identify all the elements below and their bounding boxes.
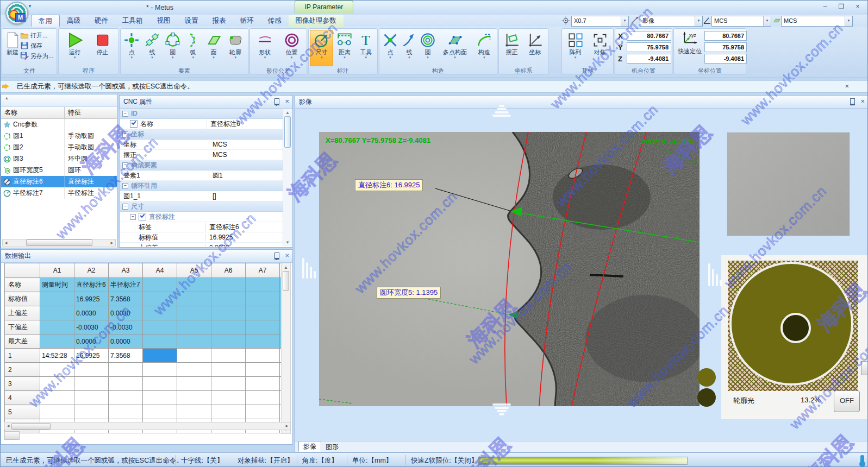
prop-group-dimension[interactable]: −尺寸 bbox=[120, 201, 283, 212]
status-unit[interactable]: 单位:【mm】 bbox=[352, 456, 392, 465]
ring-light-inner[interactable] bbox=[780, 313, 811, 343]
prop-row-label[interactable]: 标签直径标注6 bbox=[120, 222, 283, 232]
app-logo-icon[interactable]: M bbox=[5, 2, 28, 24]
align-button[interactable]: 摆正 bbox=[501, 30, 523, 66]
tab-settings[interactable]: 设置 bbox=[178, 15, 205, 27]
element-list-caption[interactable]: * bbox=[1, 94, 117, 107]
tab-hardware[interactable]: 硬件 bbox=[88, 15, 115, 27]
list-item-cnc-params[interactable]: Cnc参数 bbox=[1, 119, 117, 130]
contextual-tab-header[interactable]: IP Parameter bbox=[295, 1, 353, 14]
light-slider-handle[interactable] bbox=[861, 361, 868, 375]
properties-vscrollbar[interactable]: ▲▼ bbox=[283, 109, 292, 247]
position-tolerance-button[interactable]: 位置▼ bbox=[279, 30, 305, 66]
construct-point-button[interactable]: 点▼ bbox=[381, 30, 399, 66]
minimize-button[interactable]: – bbox=[820, 3, 830, 10]
message-close-icon[interactable]: × bbox=[845, 81, 849, 92]
list-item-circle1[interactable]: 圆1 手动取圆 bbox=[1, 130, 117, 142]
prop-row-align[interactable]: 摆正MCS bbox=[120, 150, 283, 160]
circle-button[interactable]: 圆▼ bbox=[163, 30, 183, 66]
ring-width-annotation-label[interactable]: 圆环宽度5: 1.1395 bbox=[377, 287, 441, 299]
point-button[interactable]: 点▼ bbox=[122, 30, 142, 66]
chevron-down-icon[interactable]: ▼ bbox=[763, 16, 771, 26]
prop-row-coord[interactable]: 坐标MCS bbox=[120, 140, 283, 150]
save-button[interactable]: 保存 bbox=[20, 41, 53, 50]
column-header[interactable]: A7 bbox=[246, 263, 280, 278]
status-crosshair[interactable]: 十字线:【关】 bbox=[181, 456, 223, 465]
list-item-diameter-anno6-selected[interactable]: 直径标注6 直径标注 bbox=[1, 176, 117, 187]
list-item-circle3[interactable]: 圆3 环中圆 bbox=[1, 153, 117, 165]
multi-point-plane-button[interactable]: 多点构面▼ bbox=[437, 30, 473, 66]
open-button[interactable]: 打开... bbox=[20, 31, 53, 40]
construct-button[interactable]: 构造▼ bbox=[473, 30, 495, 66]
list-item-circle2[interactable]: 圆2 手动取圆 bbox=[1, 142, 117, 153]
tools-button[interactable]: T 工具▼ bbox=[356, 30, 376, 66]
column-header[interactable]: A3 bbox=[109, 263, 143, 278]
checkbox-checked[interactable] bbox=[139, 213, 146, 220]
close-icon[interactable]: × bbox=[285, 96, 289, 108]
column-header[interactable]: A6 bbox=[211, 263, 246, 278]
element-list-header[interactable]: 名称 特征 bbox=[1, 107, 117, 119]
status-zlimit[interactable]: 快速Z软限位:【关闭】 bbox=[411, 456, 478, 465]
prop-group-coords[interactable]: −坐标 bbox=[120, 129, 283, 140]
diameter-annotation-label[interactable]: 直径标注6: 16.9925 bbox=[355, 179, 423, 191]
checkbox-checked[interactable] bbox=[130, 120, 138, 128]
tab-graphic-view[interactable]: 图形 bbox=[321, 442, 343, 452]
prop-row-upper-dev[interactable]: 上偏差0.0030 bbox=[120, 243, 283, 247]
pin-icon[interactable] bbox=[274, 98, 279, 105]
quick-access-dropdown-icon[interactable]: ▼ bbox=[28, 4, 32, 9]
tab-home[interactable]: 常用 bbox=[31, 15, 60, 27]
coord-combo-2[interactable]: MCS▼ bbox=[781, 16, 853, 27]
light-preset-circle-1[interactable] bbox=[697, 368, 716, 387]
array-button[interactable]: 阵列▼ bbox=[564, 30, 588, 66]
plane-button[interactable]: 面▼ bbox=[204, 30, 224, 66]
camera-thumbnail[interactable] bbox=[727, 132, 850, 236]
column-header[interactable]: A4 bbox=[143, 263, 177, 278]
quick-position-button[interactable]: xyz 快速定位 bbox=[676, 31, 704, 55]
close-icon[interactable]: × bbox=[285, 250, 289, 262]
tab-image-view[interactable]: 影像 bbox=[298, 441, 321, 452]
maximize-button[interactable]: ❐ bbox=[836, 3, 847, 10]
prop-group-components[interactable]: −构成要素 bbox=[120, 160, 283, 171]
tab-sensor[interactable]: 传感 bbox=[261, 15, 289, 27]
pin-icon[interactable] bbox=[850, 98, 855, 105]
arc-button[interactable]: 弧▼ bbox=[183, 30, 203, 66]
prop-group-loop-ref[interactable]: −循环引用 bbox=[120, 181, 283, 191]
new-button[interactable]: 新建 bbox=[5, 30, 20, 66]
stop-button[interactable]: 停止 bbox=[89, 30, 116, 66]
prop-subgroup-diameter-anno[interactable]: −直径标注 bbox=[120, 212, 283, 222]
data-output-vscrollbar[interactable]: ▲▼ bbox=[281, 263, 291, 434]
column-header[interactable]: A2 bbox=[74, 263, 109, 278]
camera-image[interactable]: X=80.7667 Y=75.9758 Z=-9.4081 Zoom = 24.… bbox=[319, 132, 700, 406]
line-button[interactable]: 线▼ bbox=[142, 30, 163, 66]
list-item-radius-anno7[interactable]: 半径标注7 半径标注 bbox=[1, 187, 117, 199]
contour-button[interactable]: 轮廓▼ bbox=[224, 30, 247, 66]
construct-line-button[interactable]: 线▼ bbox=[400, 30, 419, 66]
close-button[interactable]: × bbox=[852, 3, 863, 10]
prop-row-nominal[interactable]: 标称值16.9925 bbox=[120, 232, 283, 243]
tab-toolbox[interactable]: 工具箱 bbox=[115, 15, 150, 27]
probe-combo[interactable]: 影像▼ bbox=[640, 16, 703, 27]
chevron-down-icon[interactable]: ▼ bbox=[845, 16, 852, 26]
tab-loop[interactable]: 循环 bbox=[233, 15, 261, 27]
tab-view[interactable]: 视图 bbox=[150, 15, 178, 27]
chevron-down-icon[interactable]: ▼ bbox=[621, 16, 628, 26]
tab-image-processing[interactable]: 图像处理参数 bbox=[289, 15, 344, 27]
column-header[interactable]: A1 bbox=[40, 263, 74, 278]
magnification-combo[interactable]: X0.7▼ bbox=[571, 16, 629, 27]
distance-button[interactable]: 距离▼ bbox=[334, 30, 355, 66]
tab-report[interactable]: 报表 bbox=[205, 15, 233, 27]
pin-icon[interactable] bbox=[274, 253, 279, 260]
data-output-table[interactable]: A1 A2 A3 A4 A5 A6 A7 名称 测量时间 直径标注6 半径标注7… bbox=[4, 263, 288, 433]
element-list-hscrollbar[interactable]: ◄► bbox=[2, 239, 116, 247]
close-icon[interactable]: × bbox=[860, 96, 865, 108]
form-tolerance-button[interactable]: 形状▼ bbox=[252, 30, 278, 66]
light-off-button[interactable]: OFF bbox=[834, 390, 860, 412]
prop-row-element1[interactable]: 要素1圆1 bbox=[120, 171, 283, 181]
run-button[interactable]: 运行▼ bbox=[61, 30, 89, 66]
status-snap[interactable]: 对象捕获:【开启】 bbox=[238, 456, 294, 465]
data-output-hscrollbar[interactable]: ◄► bbox=[4, 422, 291, 430]
column-header[interactable]: A5 bbox=[177, 263, 211, 278]
focus-button[interactable]: 对焦 bbox=[588, 30, 612, 66]
dimension-button[interactable]: 尺寸▼ bbox=[310, 30, 333, 66]
prop-group-id[interactable]: −ID bbox=[120, 109, 283, 119]
